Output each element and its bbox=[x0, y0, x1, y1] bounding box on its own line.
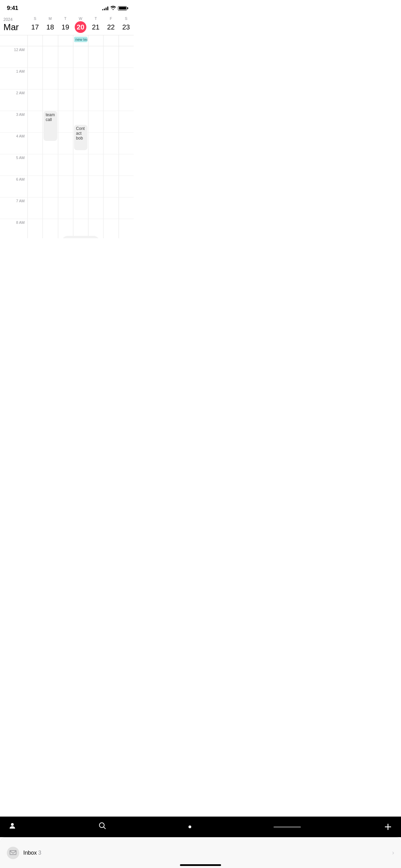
time-cell-5-4[interactable] bbox=[88, 154, 103, 176]
time-cell-5-0[interactable] bbox=[27, 154, 42, 176]
day-columns-header: S 17 M 18 T 19 W 20 T 21 F 22 S 23 bbox=[27, 16, 134, 33]
time-cell-5-1[interactable] bbox=[42, 154, 58, 176]
calendar-scroll[interactable]: 12 AM1 AM2 AM3 AMteam callContact bob4 A… bbox=[0, 46, 134, 238]
time-row-12-am: 12 AM bbox=[0, 46, 134, 68]
day-col-header-17[interactable]: S 17 bbox=[27, 16, 42, 33]
time-cell-3-0[interactable] bbox=[27, 111, 42, 132]
time-cell-8-4[interactable] bbox=[88, 219, 103, 238]
time-cell-2-4[interactable] bbox=[88, 89, 103, 111]
time-row-7-am: 7 AM bbox=[0, 197, 134, 219]
allday-col-18 bbox=[42, 35, 58, 46]
battery-icon bbox=[118, 6, 127, 11]
day-col-header-23[interactable]: S 23 bbox=[119, 16, 134, 33]
time-cell-5-3[interactable] bbox=[73, 154, 88, 176]
day-col-header-18[interactable]: M 18 bbox=[42, 16, 58, 33]
time-cell-2-6[interactable] bbox=[119, 89, 134, 111]
event-team-call[interactable]: team call bbox=[44, 111, 57, 141]
time-label: 5 AM bbox=[0, 154, 27, 176]
time-cell-6-3[interactable] bbox=[73, 176, 88, 197]
time-cell-7-3[interactable] bbox=[73, 197, 88, 219]
time-row-5-am: 5 AM bbox=[0, 154, 134, 176]
time-cell-6-6[interactable] bbox=[119, 176, 134, 197]
time-cell-1-0[interactable] bbox=[27, 68, 42, 89]
view-button[interactable]: VIEW bbox=[61, 236, 100, 238]
time-cell-6-2[interactable] bbox=[58, 176, 73, 197]
allday-row: new team bbox=[0, 35, 134, 46]
time-cell-8-5[interactable] bbox=[103, 219, 118, 238]
time-row-2-am: 2 AM bbox=[0, 89, 134, 111]
day-col-header-21[interactable]: T 21 bbox=[88, 16, 103, 33]
time-cell-4-5[interactable] bbox=[103, 133, 118, 154]
day-col-header-22[interactable]: F 22 bbox=[103, 16, 118, 33]
time-cell-0-6[interactable] bbox=[119, 46, 134, 68]
time-cell-8-3[interactable] bbox=[73, 219, 88, 238]
time-cell-2-1[interactable] bbox=[42, 89, 58, 111]
time-row-4-am: 4 AM bbox=[0, 133, 134, 154]
time-cell-2-2[interactable] bbox=[58, 89, 73, 111]
time-cell-1-5[interactable] bbox=[103, 68, 118, 89]
day-col-header-19[interactable]: T 19 bbox=[58, 16, 73, 33]
time-cell-0-4[interactable] bbox=[88, 46, 103, 68]
allday-col-21 bbox=[88, 35, 103, 46]
month-label: Mar bbox=[3, 22, 27, 33]
time-cell-2-3[interactable] bbox=[73, 89, 88, 111]
time-cell-4-4[interactable] bbox=[88, 133, 103, 154]
time-label: 7 AM bbox=[0, 197, 27, 219]
time-cell-1-3[interactable] bbox=[73, 68, 88, 89]
status-icons bbox=[102, 5, 127, 11]
time-cell-2-0[interactable] bbox=[27, 89, 42, 111]
time-cell-1-1[interactable] bbox=[42, 68, 58, 89]
time-cell-0-3[interactable] bbox=[73, 46, 88, 68]
time-cell-4-6[interactable] bbox=[119, 133, 134, 154]
time-cell-1-2[interactable] bbox=[58, 68, 73, 89]
time-cell-7-6[interactable] bbox=[119, 197, 134, 219]
time-cell-8-2[interactable] bbox=[58, 219, 73, 238]
day-col-header-20[interactable]: W 20 bbox=[73, 16, 88, 33]
event-contact-bob[interactable]: Contact bob bbox=[74, 125, 87, 150]
time-cell-7-4[interactable] bbox=[88, 197, 103, 219]
time-row-1-am: 1 AM bbox=[0, 68, 134, 89]
allday-col-20: new team bbox=[73, 35, 88, 46]
time-cell-7-1[interactable] bbox=[42, 197, 58, 219]
time-cell-3-4[interactable] bbox=[88, 111, 103, 132]
time-cell-5-5[interactable] bbox=[103, 154, 118, 176]
time-cell-6-1[interactable] bbox=[42, 176, 58, 197]
time-cell-3-5[interactable] bbox=[103, 111, 118, 132]
allday-col-23 bbox=[119, 35, 134, 46]
time-cell-0-0[interactable] bbox=[27, 46, 42, 68]
time-cell-0-5[interactable] bbox=[103, 46, 118, 68]
time-cell-0-2[interactable] bbox=[58, 46, 73, 68]
time-cell-6-0[interactable] bbox=[27, 176, 42, 197]
signal-icon bbox=[102, 6, 108, 10]
time-cell-4-2[interactable] bbox=[58, 133, 73, 154]
time-cols: VIEW bbox=[27, 219, 134, 238]
time-cell-8-0[interactable] bbox=[27, 219, 42, 238]
time-cols bbox=[27, 46, 134, 68]
time-row-8-am: 8 AMVIEW bbox=[0, 219, 134, 238]
time-cell-5-6[interactable] bbox=[119, 154, 134, 176]
time-cell-3-3[interactable]: Contact bob bbox=[73, 111, 88, 132]
time-cell-7-5[interactable] bbox=[103, 197, 118, 219]
allday-col-17 bbox=[27, 35, 42, 46]
time-label: 6 AM bbox=[0, 176, 27, 197]
time-cell-6-4[interactable] bbox=[88, 176, 103, 197]
time-cell-0-1[interactable] bbox=[42, 46, 58, 68]
time-cell-6-5[interactable] bbox=[103, 176, 118, 197]
time-cell-1-4[interactable] bbox=[88, 68, 103, 89]
time-label: 4 AM bbox=[0, 133, 27, 154]
time-cell-3-6[interactable] bbox=[119, 111, 134, 132]
time-cell-3-2[interactable] bbox=[58, 111, 73, 132]
allday-col-22 bbox=[103, 35, 118, 46]
time-cell-1-6[interactable] bbox=[119, 68, 134, 89]
wifi-icon bbox=[110, 5, 116, 11]
time-cell-7-0[interactable] bbox=[27, 197, 42, 219]
time-label: 8 AM bbox=[0, 219, 27, 238]
time-cell-3-1[interactable]: team call bbox=[42, 111, 58, 132]
time-cell-5-2[interactable] bbox=[58, 154, 73, 176]
time-cell-8-6[interactable] bbox=[119, 219, 134, 238]
time-cell-8-1[interactable] bbox=[42, 219, 58, 238]
time-cell-4-0[interactable] bbox=[27, 133, 42, 154]
allday-event[interactable]: new team bbox=[74, 37, 87, 42]
time-cell-2-5[interactable] bbox=[103, 89, 118, 111]
time-cell-7-2[interactable] bbox=[58, 197, 73, 219]
